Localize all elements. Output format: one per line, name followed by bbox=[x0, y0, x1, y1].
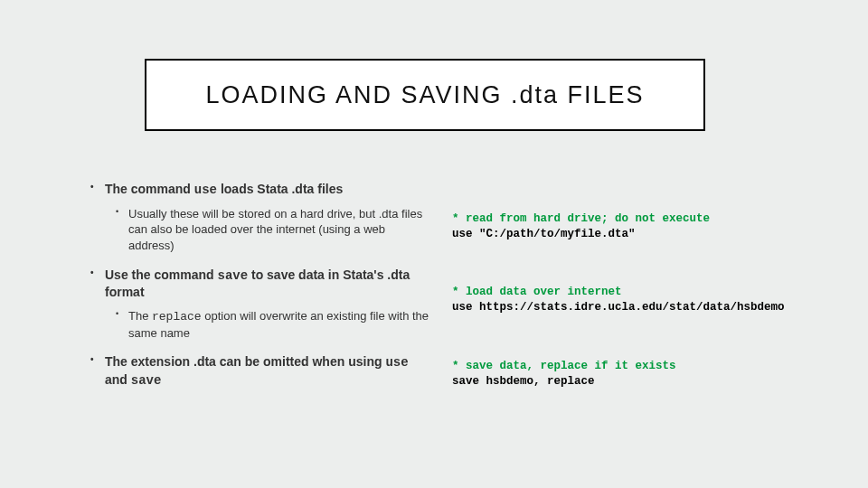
sub-bullet: The replace option will overwrite an exi… bbox=[116, 308, 434, 341]
code-column: * read from hard drive; do not execute u… bbox=[452, 181, 832, 461]
code-command: use "C:/path/to/myfile.dta" bbox=[452, 228, 636, 240]
left-column: The command use loads Stata .dta files U… bbox=[90, 181, 452, 461]
code-block-1: * read from hard drive; do not execute u… bbox=[452, 211, 832, 242]
text: The bbox=[128, 309, 152, 323]
inline-code: use bbox=[194, 183, 217, 197]
body-region: The command use loads Stata .dta files U… bbox=[90, 181, 832, 461]
text: Use the command bbox=[105, 267, 217, 282]
code-comment: * load data over internet bbox=[452, 286, 622, 298]
bullet-list: The command use loads Stata .dta files U… bbox=[90, 181, 434, 389]
bullet-1: The command use loads Stata .dta files U… bbox=[90, 181, 434, 254]
text: loads Stata .dta files bbox=[217, 182, 343, 196]
inline-code: replace bbox=[152, 310, 202, 324]
inline-code: use bbox=[385, 355, 408, 370]
code-command: save hsbdemo, replace bbox=[452, 375, 595, 388]
inline-code: save bbox=[131, 373, 162, 388]
slide: LOADING AND SAVING .dta FILES The comman… bbox=[0, 0, 868, 488]
code-comment: * read from hard drive; do not execute bbox=[452, 212, 710, 225]
sub-bullet: Usually these will be stored on a hard d… bbox=[116, 206, 434, 254]
text: The extension .dta can be omitted when u… bbox=[105, 354, 385, 369]
bullet-2: Use the command save to save data in Sta… bbox=[90, 267, 434, 342]
text: and bbox=[105, 372, 131, 387]
sub-list: The replace option will overwrite an exi… bbox=[105, 308, 434, 341]
title-box: LOADING AND SAVING .dta FILES bbox=[145, 59, 705, 131]
text: The command bbox=[105, 182, 194, 196]
sub-list: Usually these will be stored on a hard d… bbox=[105, 206, 434, 254]
inline-code: save bbox=[217, 268, 248, 283]
slide-title: LOADING AND SAVING .dta FILES bbox=[205, 81, 644, 109]
code-command: use https://stats.idre.ucla.edu/stat/dat… bbox=[452, 301, 785, 314]
code-block-2: * load data over internet use https://st… bbox=[452, 285, 832, 315]
bullet-3: The extension .dta can be omitted when u… bbox=[90, 353, 434, 389]
code-block-3: * save data, replace if it exists save h… bbox=[452, 359, 832, 389]
code-comment: * save data, replace if it exists bbox=[452, 360, 676, 372]
